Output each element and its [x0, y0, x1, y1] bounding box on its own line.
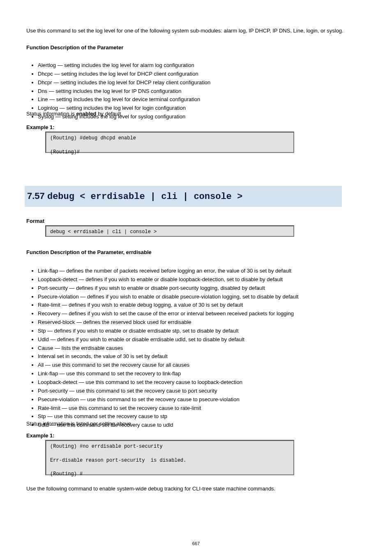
list-item: Loopback-detect — defines if you wish to… [38, 276, 363, 284]
list-item: Loopback-detect — use this command to se… [38, 379, 363, 386]
section-heading-number: 7.57 [27, 191, 45, 201]
section-heading-bar: 7.57 debug < errdisable | cli | console … [25, 186, 342, 207]
example-1-title: Example 1: [26, 124, 55, 130]
list-item: Stp — defines if you wish to enable or d… [38, 327, 363, 335]
paragraph-status-2: Status information is listed per setting… [26, 420, 352, 428]
list-item: Psecure-violation — defines if you wish … [38, 293, 363, 301]
list-item: Psecure-violation — use this command to … [38, 396, 363, 404]
subheading-function-description-2: Function Description of the Parameter, e… [26, 249, 352, 255]
format-code-box: debug < errdisable | cli | console > [45, 225, 294, 237]
page-number: 667 [0, 541, 392, 546]
list-item: Line — setting includes the log level fo… [38, 96, 363, 104]
list-item: Dhcpr — setting includes the log level f… [38, 79, 363, 87]
list-item: Reserved-block — defines the reserved bl… [38, 319, 363, 326]
bullet-list-2: Link-flap — defines the number of packet… [26, 267, 363, 430]
list-item: Port-security — use this command to set … [38, 387, 363, 395]
status-prefix: Status information is [26, 111, 76, 117]
list-item: Dns — setting includes the log level for… [38, 88, 363, 95]
list-item: Stp — use this command set the recovery … [38, 413, 363, 421]
list-item: Udld — defines if you wish to enable or … [38, 336, 363, 344]
list-item: Link-flap — defines the number of packet… [38, 267, 363, 275]
example-1-code-box: (Routing) #debug dhcpd enable (Routing)# [45, 132, 294, 153]
example-3-title: Example 1: [26, 432, 55, 439]
subheading-function-description-1: Function Description of the Parameter [26, 44, 352, 51]
list-item: Link-flap — use this command to set the … [38, 370, 363, 378]
list-item: All — use this command to set the recove… [38, 361, 363, 369]
list-item: Dhcpc — setting includes the log level f… [38, 70, 363, 78]
status-bold: enabled [76, 111, 96, 117]
format-title: Format [26, 218, 44, 224]
status-suffix: by default. [97, 111, 123, 117]
list-item: Rate-limit — use this command to set the… [38, 405, 363, 412]
section-heading-text: debug < errdisable | cli | console > [47, 192, 242, 202]
example-3-code-box: (Routing) #no errdisable port-security E… [45, 440, 294, 475]
list-item: Port-security — defines if you wish to e… [38, 284, 363, 292]
paragraph-after-example-3: Use the following command to enable syst… [26, 485, 352, 493]
paragraph-intro: Use this command to set the log level fo… [26, 27, 352, 35]
document-page: { "top_paragraph": "Use this command to … [0, 0, 392, 555]
list-item: Alertlog — setting includes the log leve… [38, 62, 363, 69]
list-item: Rate-limit — defines if you wish to enab… [38, 301, 363, 309]
list-item: Recovery — defines if you wish to set th… [38, 310, 363, 318]
list-item: Interval set in seconds, the value of 30… [38, 353, 363, 361]
list-item: Cause — lists the errdisable causes [38, 345, 363, 352]
paragraph-status-1: Status information is enabled by default… [26, 110, 352, 118]
